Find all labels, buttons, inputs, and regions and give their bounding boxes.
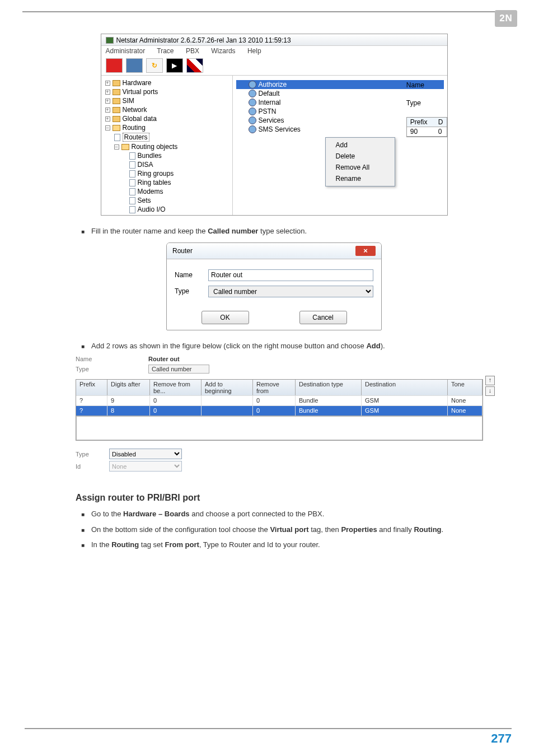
instruction-4: On the bottom side of the configuration …	[81, 524, 472, 535]
tree-audio-io[interactable]: Audio I/O	[138, 206, 166, 213]
toolbar-btn-1[interactable]	[106, 58, 123, 73]
close-button[interactable]: ×	[355, 246, 376, 256]
type-label: Type	[76, 366, 148, 372]
ok-button[interactable]: OK	[202, 311, 249, 324]
cancel-button[interactable]: Cancel	[299, 311, 347, 324]
menu-trace[interactable]: Trace	[157, 47, 174, 55]
globe-icon	[249, 116, 256, 124]
prefix-cell: 90	[410, 128, 438, 136]
ctx-rename[interactable]: Rename	[327, 173, 394, 184]
dialog-type-select[interactable]: Called number	[208, 286, 373, 297]
tree-routing[interactable]: Routing	[123, 124, 146, 132]
col-tone[interactable]: Tone	[448, 380, 483, 395]
window-title-bar: Netstar Administrator 2.6.2.57.26-rel Ja…	[101, 34, 447, 46]
dialog-name-label: Name	[175, 271, 208, 279]
window-title: Netstar Administrator 2.6.2.57.26-rel Ja…	[116, 36, 291, 44]
detail-pane: Authorize Default Internal PSTN Services…	[233, 76, 447, 215]
router-dialog: Router × Name Type Called number OK Canc…	[166, 242, 382, 330]
tree-disa[interactable]: DISA	[138, 161, 153, 169]
table-row[interactable]: ?800BundleGSMNone	[76, 405, 483, 416]
dialog-name-input[interactable]	[208, 269, 373, 281]
dialog-title: Router	[172, 247, 193, 255]
tree-ring-tables[interactable]: Ring tables	[138, 179, 171, 186]
move-up-button[interactable]: ↑	[485, 376, 495, 385]
ctx-delete[interactable]: Delete	[327, 151, 394, 162]
move-down-button[interactable]: ↓	[485, 386, 495, 396]
dialog-type-label: Type	[175, 287, 208, 295]
menu-administrator[interactable]: Administrator	[106, 47, 146, 55]
globe-icon	[249, 108, 256, 115]
context-menu[interactable]: Add Delete Remove All Rename	[325, 137, 395, 186]
instruction-3: Go to the Hardware – Boards and choose a…	[81, 508, 472, 520]
routes-table[interactable]: Prefix Digits after Remove from be... Ad…	[76, 379, 483, 441]
tree-modems[interactable]: Modems	[138, 188, 163, 195]
right-info: Name Type PrefixD 900	[406, 81, 447, 137]
globe-icon	[249, 81, 256, 88]
toolbar-btn-4[interactable]: ▶	[166, 58, 183, 73]
name-label: Name	[406, 81, 447, 89]
brand-logo: 2N	[495, 10, 517, 27]
page-number: 277	[25, 728, 512, 746]
col-remove-from[interactable]: Remove from	[253, 380, 296, 395]
globe-icon	[249, 99, 256, 106]
tree-network[interactable]: Network	[123, 106, 147, 114]
tree-global-data[interactable]: Global data	[123, 115, 157, 123]
menu-help[interactable]: Help	[247, 47, 261, 55]
netstar-admin-screenshot: Netstar Administrator 2.6.2.57.26-rel Ja…	[101, 34, 448, 216]
btm-type-select[interactable]: Disabled	[109, 449, 182, 459]
routes-table-screenshot: NameRouter out TypeCalled number Prefix …	[76, 356, 472, 472]
btm-id-label: Id	[76, 463, 109, 470]
nav-tree[interactable]: +Hardware +Virtual ports +SIM +Network +…	[101, 76, 233, 215]
d-cell: 0	[438, 128, 442, 136]
col-prefix[interactable]: Prefix	[76, 380, 107, 395]
d-header: D	[438, 118, 443, 126]
toolbar: ↻ ▶	[101, 56, 447, 75]
menu-bar[interactable]: Administrator Trace PBX Wizards Help	[101, 46, 447, 56]
menu-wizards[interactable]: Wizards	[211, 47, 235, 55]
name-label: Name	[76, 356, 148, 362]
tree-sim[interactable]: SIM	[123, 97, 134, 105]
instruction-2: Add 2 rows as shown in the figure below …	[81, 340, 472, 352]
tree-virtual-ports[interactable]: Virtual ports	[123, 88, 158, 96]
globe-icon	[249, 90, 256, 97]
name-value: Router out	[148, 356, 180, 362]
section-heading: Assign router to PRI/BRI port	[76, 493, 472, 503]
scrollbar[interactable]	[76, 416, 483, 440]
table-row[interactable]: ?900BundleGSMNone	[76, 395, 483, 405]
globe-icon	[249, 125, 256, 133]
tree-sets[interactable]: Sets	[138, 197, 151, 204]
prefix-header: Prefix	[410, 118, 438, 126]
instruction-5: In the Routing tag set From port, Type t…	[81, 539, 472, 550]
btm-type-label: Type	[76, 451, 109, 458]
toolbar-refresh[interactable]: ↻	[146, 58, 163, 73]
ctx-add[interactable]: Add	[327, 139, 394, 151]
col-desttype[interactable]: Destination type	[296, 380, 362, 395]
col-digits[interactable]: Digits after	[107, 380, 150, 395]
menu-pbx[interactable]: PBX	[186, 47, 199, 55]
toolbar-btn-2[interactable]	[126, 58, 143, 73]
app-icon	[106, 37, 114, 44]
tree-hardware[interactable]: Hardware	[123, 79, 152, 87]
tree-ring-groups[interactable]: Ring groups	[138, 170, 174, 178]
tree-bundles[interactable]: Bundles	[138, 152, 162, 160]
ctx-remove-all[interactable]: Remove All	[327, 162, 394, 173]
tree-routing-objects[interactable]: Routing objects	[132, 143, 178, 151]
col-dest[interactable]: Destination	[362, 380, 448, 395]
col-remove-be[interactable]: Remove from be...	[150, 380, 202, 395]
instruction-1: Fill in the router name and keep the Cal…	[81, 226, 472, 237]
toolbar-lang[interactable]	[186, 58, 203, 73]
type-label: Type	[406, 99, 447, 107]
type-value[interactable]: Called number	[148, 365, 209, 374]
btm-id-select: None	[109, 461, 182, 472]
col-add[interactable]: Add to beginning	[202, 380, 253, 395]
tree-routers[interactable]: Routers	[123, 133, 149, 142]
